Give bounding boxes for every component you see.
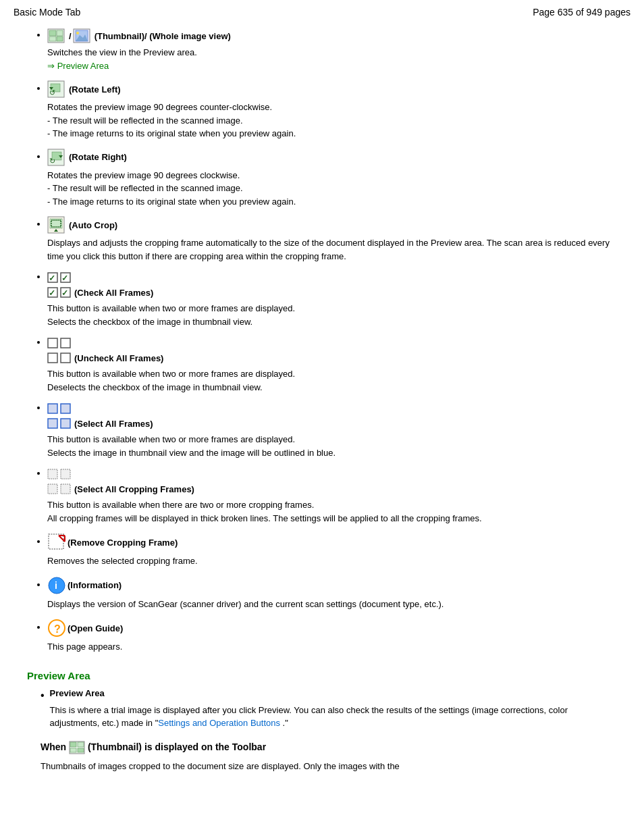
svg-rect-33 xyxy=(48,404,57,413)
list-item: ↻ (Rotate Right) Rotates the preview ima… xyxy=(47,149,617,209)
item-desc: Rotates the preview image 90 degrees clo… xyxy=(47,169,617,209)
preview-area-bullet-title: Preview Area xyxy=(50,688,105,698)
list-item: ? (Open Guide) This page appears. xyxy=(47,619,617,654)
when-thumbnail-title: When (Thumbnail) is displayed on the Too… xyxy=(41,741,617,754)
svg-rect-38 xyxy=(61,469,70,479)
svg-text:✓: ✓ xyxy=(61,273,68,283)
crop-frames-icon xyxy=(47,482,73,496)
list-item: (Auto Crop) Displays and adjusts the cro… xyxy=(47,216,617,263)
list-item: ✓ ✓ ✓ ✓ (Check All Frames) xyxy=(47,271,617,328)
item-title: (Rotate Left) xyxy=(69,84,121,95)
thumbnail-toolbar-icon xyxy=(69,741,85,754)
select-all-frames-icon-above xyxy=(47,402,73,415)
item-title: (Remove Cropping Frame) xyxy=(68,538,178,548)
list-item: ↺ (Rotate Left) Rotates the preview imag… xyxy=(47,80,617,140)
whole-image-icon xyxy=(73,28,90,43)
item-desc: This button is available when there are … xyxy=(47,498,617,525)
list-item: (Select All Cropping Frames) This button… xyxy=(47,467,617,525)
list-item: i (Information) Displays the version of … xyxy=(47,576,617,611)
preview-area-heading: Preview Area xyxy=(27,670,617,681)
item-desc: This button is available when two or mor… xyxy=(47,433,617,459)
list-item: (Select All Frames) This button is avail… xyxy=(47,402,617,459)
item-title: (Uncheck All Frames) xyxy=(74,353,163,363)
settings-operation-link[interactable]: Settings and Operation Buttons xyxy=(158,718,280,728)
svg-rect-39 xyxy=(48,484,57,494)
list-item: (Remove Cropping Frame) Removes the sele… xyxy=(47,533,617,568)
info-icon: i xyxy=(47,576,66,595)
svg-rect-35 xyxy=(48,419,57,428)
crop-frames-icon-above xyxy=(47,467,73,481)
item-desc: This button is available when two or mor… xyxy=(47,302,617,328)
svg-rect-1 xyxy=(49,30,56,36)
item-title: (Information) xyxy=(68,580,122,590)
svg-rect-37 xyxy=(48,469,57,479)
svg-rect-36 xyxy=(61,419,70,428)
item-desc: This page appears. xyxy=(47,640,617,654)
uncheck-all-frames-icon-above xyxy=(47,336,73,350)
svg-text:↻: ↻ xyxy=(49,157,55,165)
item-desc: Removes the selected cropping frame. xyxy=(47,554,617,568)
page-header: Basic Mode Tab Page 635 of 949 pages xyxy=(0,0,644,23)
svg-point-8 xyxy=(76,32,79,34)
auto-crop-icon xyxy=(47,216,65,234)
item-desc: Displays the version of ScanGear (scanne… xyxy=(47,598,617,611)
svg-rect-52 xyxy=(70,748,76,752)
item-title: (Rotate Right) xyxy=(69,152,127,162)
svg-rect-4 xyxy=(57,36,63,41)
svg-text:✓: ✓ xyxy=(61,288,68,298)
item-desc: Switches the view in the Preview area. ⇒… xyxy=(47,46,617,72)
item-desc: This button is available when two or mor… xyxy=(47,367,617,394)
preview-area-link[interactable]: ⇒ Preview Area xyxy=(47,61,109,71)
list-item: (Uncheck All Frames) This button is avai… xyxy=(47,336,617,394)
item-desc: Displays and adjusts the cropping frame … xyxy=(47,236,617,263)
preview-area-content: • Preview Area This is where a trial ima… xyxy=(41,688,617,773)
svg-rect-32 xyxy=(61,353,70,363)
when-thumbnail-desc: Thumbnails of images cropped to the docu… xyxy=(41,760,617,773)
item-title: (Select All Cropping Frames) xyxy=(74,484,194,494)
separator-text: / xyxy=(69,31,72,41)
item-desc: Rotates the preview image 90 degrees cou… xyxy=(47,101,617,140)
preview-area-section: Preview Area • Preview Area This is wher… xyxy=(27,670,617,773)
item-title: (Thumbnail)/ (Whole image view) xyxy=(95,31,231,41)
svg-rect-29 xyxy=(48,338,57,348)
check-all-frames-icon2: ✓ ✓ xyxy=(47,286,73,299)
check-all-frames-icon: ✓ ✓ xyxy=(47,271,73,284)
remove-crop-icon xyxy=(47,533,66,552)
svg-text:↺: ↺ xyxy=(49,88,55,97)
page-title-right: Page 635 of 949 pages xyxy=(533,7,630,18)
preview-area-bullet-content: Preview Area This is where a trial image… xyxy=(50,688,617,730)
select-all-frames-icon xyxy=(47,417,73,430)
thumbnail-icon xyxy=(47,28,65,43)
svg-rect-53 xyxy=(78,748,84,752)
svg-rect-51 xyxy=(78,742,84,747)
item-title: (Check All Frames) xyxy=(74,288,153,298)
svg-rect-31 xyxy=(48,353,57,363)
svg-rect-41 xyxy=(49,534,63,549)
preview-area-bullet: • Preview Area This is where a trial ima… xyxy=(41,688,617,730)
preview-area-bullet-desc: This is where a trial image is displayed… xyxy=(50,704,617,730)
bullet-dot: • xyxy=(41,689,45,702)
item-title: (Auto Crop) xyxy=(69,220,117,230)
open-guide-icon: ? xyxy=(47,619,66,637)
svg-text:i: i xyxy=(55,580,57,591)
svg-rect-3 xyxy=(49,36,56,41)
svg-text:✓: ✓ xyxy=(49,288,55,298)
svg-rect-40 xyxy=(61,484,70,494)
rotate-left-icon: ↺ xyxy=(47,80,65,98)
rotate-right-icon: ↻ xyxy=(47,149,65,166)
item-title: (Select All Frames) xyxy=(74,419,153,429)
uncheck-all-frames-icon xyxy=(47,351,73,365)
list-item: / (Thumbnail)/ (Whole image view) Switch… xyxy=(47,28,617,72)
main-list: / (Thumbnail)/ (Whole image view) Switch… xyxy=(27,28,617,654)
svg-rect-50 xyxy=(70,742,76,747)
svg-text:✓: ✓ xyxy=(49,273,55,283)
item-title: (Open Guide) xyxy=(68,623,123,633)
svg-rect-2 xyxy=(57,30,63,36)
svg-rect-34 xyxy=(61,404,70,413)
page-title-left: Basic Mode Tab xyxy=(14,7,80,18)
svg-text:?: ? xyxy=(54,623,61,635)
svg-rect-30 xyxy=(61,338,70,348)
